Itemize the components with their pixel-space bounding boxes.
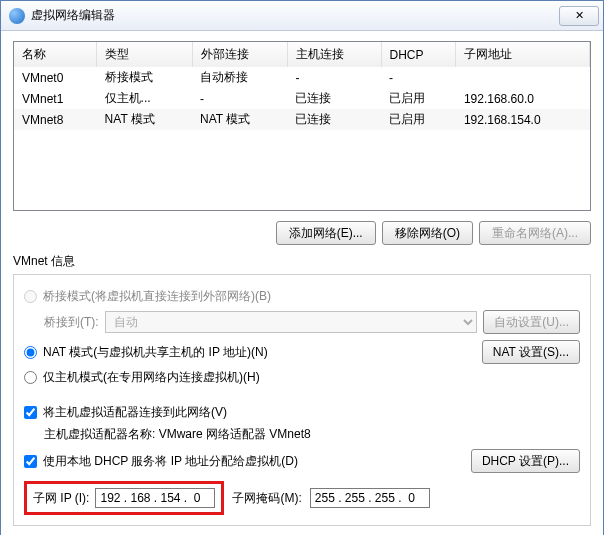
subnet-ip-input[interactable] <box>95 488 215 508</box>
remove-network-button[interactable]: 移除网络(O) <box>382 221 473 245</box>
nat-settings-button[interactable]: NAT 设置(S)... <box>482 340 580 364</box>
col-dhcp[interactable]: DHCP <box>381 42 456 67</box>
dhcp-checkbox[interactable] <box>24 455 37 468</box>
nat-mode-radio[interactable] <box>24 346 37 359</box>
host-adapter-label: 将主机虚拟适配器连接到此网络(V) <box>43 404 227 421</box>
host-adapter-checkbox[interactable] <box>24 406 37 419</box>
app-icon <box>9 8 25 24</box>
auto-settings-button: 自动设置(U)... <box>483 310 580 334</box>
table-row[interactable]: VMnet1 仅主机... - 已连接 已启用 192.168.60.0 <box>14 88 590 109</box>
close-button[interactable]: ✕ <box>559 6 599 26</box>
subnet-mask-label: 子网掩码(M): <box>232 490 301 507</box>
col-subnet[interactable]: 子网地址 <box>456 42 590 67</box>
nat-mode-label: NAT 模式(与虚拟机共享主机的 IP 地址)(N) <box>43 344 268 361</box>
col-ext[interactable]: 外部连接 <box>192 42 287 67</box>
col-name[interactable]: 名称 <box>14 42 97 67</box>
vmnet-info-title: VMnet 信息 <box>13 253 591 270</box>
col-host[interactable]: 主机连接 <box>287 42 381 67</box>
hostonly-mode-radio[interactable] <box>24 371 37 384</box>
host-adapter-name: 主机虚拟适配器名称: VMware 网络适配器 VMnet8 <box>44 426 580 443</box>
table-row[interactable]: VMnet8 NAT 模式 NAT 模式 已连接 已启用 192.168.154… <box>14 109 590 130</box>
hostonly-mode-label: 仅主机模式(在专用网络内连接虚拟机)(H) <box>43 369 260 386</box>
network-table[interactable]: 名称 类型 外部连接 主机连接 DHCP 子网地址 VMnet0 桥接模式 自动… <box>13 41 591 211</box>
rename-network-button: 重命名网络(A)... <box>479 221 591 245</box>
col-type[interactable]: 类型 <box>97 42 192 67</box>
subnet-mask-input[interactable] <box>310 488 430 508</box>
vmnet-info-group: 桥接模式(将虚拟机直接连接到外部网络)(B) 桥接到(T): 自动 自动设置(U… <box>13 274 591 526</box>
bridge-to-label: 桥接到(T): <box>44 314 99 331</box>
bridge-mode-label: 桥接模式(将虚拟机直接连接到外部网络)(B) <box>43 288 271 305</box>
window-title: 虚拟网络编辑器 <box>31 7 115 24</box>
add-network-button[interactable]: 添加网络(E)... <box>276 221 376 245</box>
vnet-editor-window: 虚拟网络编辑器 ✕ 名称 类型 外部连接 主机连接 DHCP 子网地址 <box>0 0 604 535</box>
bridge-mode-radio <box>24 290 37 303</box>
titlebar: 虚拟网络编辑器 ✕ <box>1 1 603 31</box>
dhcp-label: 使用本地 DHCP 服务将 IP 地址分配给虚拟机(D) <box>43 453 298 470</box>
dhcp-settings-button[interactable]: DHCP 设置(P)... <box>471 449 580 473</box>
subnet-ip-highlight: 子网 IP (I): <box>24 481 224 515</box>
bridge-to-select: 自动 <box>105 311 478 333</box>
subnet-ip-label: 子网 IP (I): <box>33 490 89 507</box>
table-row[interactable]: VMnet0 桥接模式 自动桥接 - - <box>14 67 590 88</box>
